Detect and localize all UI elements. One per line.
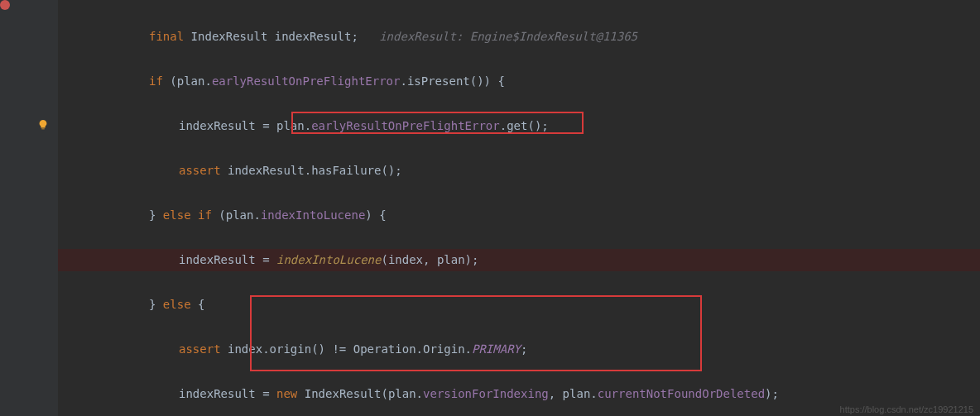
text: indexResult =	[179, 387, 276, 400]
text: }	[149, 208, 163, 222]
text: ;	[521, 342, 527, 356]
keyword: final	[149, 30, 184, 43]
code-line[interactable]: final IndexResult indexResult; indexResu…	[58, 26, 980, 48]
debug-hint: indexResult: Engine$IndexResult@11365	[379, 30, 637, 43]
code-line[interactable]: } else {	[58, 294, 980, 316]
keyword: else if	[163, 208, 212, 222]
editor-gutter	[0, 0, 58, 416]
code-editor[interactable]: final IndexResult indexResult; indexResu…	[0, 0, 980, 416]
text: IndexResult	[191, 30, 268, 43]
text: indexResult.hasFailure();	[221, 164, 402, 177]
keyword: new	[276, 387, 297, 400]
code-line[interactable]: indexResult = plan.earlyResultOnPreFligh…	[58, 115, 980, 137]
text: }	[149, 298, 163, 311]
field: currentNotFoundOrDeleted	[598, 387, 765, 400]
text: {	[191, 298, 205, 311]
text: (plan.	[212, 208, 261, 222]
code-line[interactable]: assert indexResult.hasFailure();	[58, 160, 980, 182]
text: IndexResult(plan.	[297, 387, 423, 400]
watermark: https://blog.csdn.net/zc19921215	[840, 404, 973, 414]
error-icon[interactable]	[0, 0, 10, 10]
code-line[interactable]: } else if (plan.indexIntoLucene) {	[58, 204, 980, 227]
constant: PRIMARY	[472, 342, 521, 356]
field: versionForIndexing	[423, 387, 549, 400]
code-line[interactable]: if (plan.earlyResultOnPreFlightError.isP…	[58, 70, 980, 93]
text: indexResult =	[179, 253, 276, 266]
lightbulb-icon[interactable]	[37, 119, 49, 131]
method-call: indexIntoLucene	[276, 253, 381, 266]
field: indexIntoLucene	[261, 208, 365, 222]
code-line[interactable]: assert index.origin() != Operation.Origi…	[58, 338, 980, 361]
text: indexResult = plan.	[179, 119, 311, 132]
keyword: assert	[179, 342, 221, 356]
field: earlyResultOnPreFlightError	[311, 119, 500, 132]
text: indexResult	[275, 30, 352, 43]
text: , plan.	[549, 387, 598, 400]
text: ) {	[365, 208, 386, 222]
keyword: assert	[179, 164, 221, 177]
text: .get();	[500, 119, 549, 132]
keyword: else	[163, 298, 191, 311]
text: .isPresent()) {	[400, 74, 504, 88]
text: );	[765, 387, 779, 400]
keyword: if	[149, 74, 163, 88]
code-line[interactable]: indexResult = new IndexResult(plan.versi…	[58, 383, 980, 405]
text: (index, plan);	[381, 253, 478, 266]
code-content[interactable]: final IndexResult indexResult; indexResu…	[58, 0, 980, 416]
code-line[interactable]: indexResult = indexIntoLucene(index, pla…	[58, 249, 980, 271]
text: (plan.	[163, 74, 212, 88]
text: index.origin() != Operation.Origin.	[221, 342, 472, 356]
field: earlyResultOnPreFlightError	[212, 74, 401, 88]
